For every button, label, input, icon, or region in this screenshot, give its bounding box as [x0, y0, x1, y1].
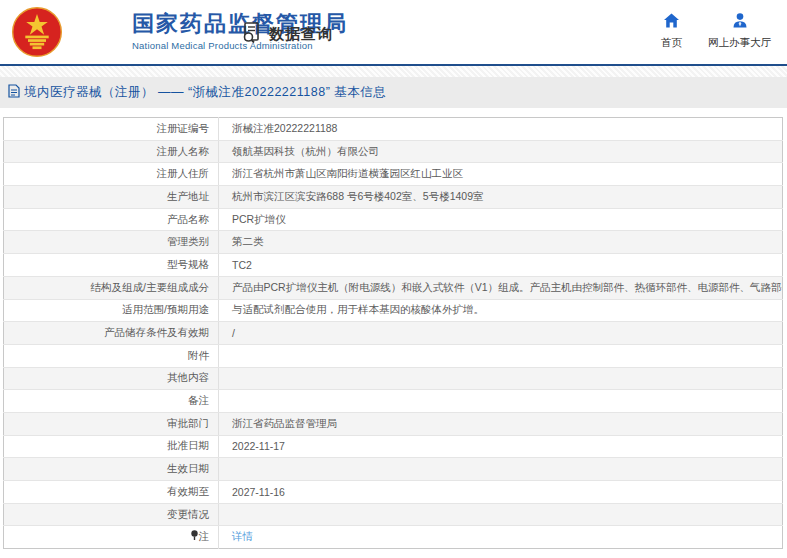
hatch-strip — [0, 66, 787, 77]
row-value: 2022-11-17 — [219, 435, 783, 458]
row-value: 浙械注准20222221188 — [219, 118, 783, 141]
row-value: TC2 — [219, 254, 783, 277]
row-label: 产品储存条件及有效期 — [4, 322, 219, 345]
row-label: 产品名称 — [4, 208, 219, 231]
row-label: 注册证编号 — [4, 118, 219, 141]
row-label: 注册人住所 — [4, 163, 219, 186]
page-title: 境内医疗器械（注册） —— “浙械注准20222221188” 基本信息 — [24, 84, 386, 101]
table-row: 生产地址 杭州市滨江区滨安路688 号6号楼402室、5号楼1409室 — [4, 186, 783, 209]
top-nav: 首页 网上办事大厅 — [661, 13, 771, 50]
nav-home-label: 首页 — [661, 36, 682, 50]
document-search-icon — [241, 21, 264, 48]
nav-item-service-hall[interactable]: 网上办事大厅 — [708, 13, 771, 50]
row-label-note: 注 — [4, 526, 219, 549]
row-label: 适用范围/预期用途 — [4, 299, 219, 322]
nav-service-hall-label: 网上办事大厅 — [708, 36, 771, 50]
table-row: 审批部门 浙江省药品监督管理局 — [4, 412, 783, 435]
table-row: 注 详情 — [4, 526, 783, 549]
national-emblem-logo — [10, 5, 64, 59]
data-query-section[interactable]: 数据查询 — [241, 21, 333, 48]
table-row: 产品名称 PCR扩增仪 — [4, 208, 783, 231]
user-icon — [732, 13, 748, 32]
row-value — [219, 390, 783, 413]
row-label: 审批部门 — [4, 412, 219, 435]
breadcrumb: 境内医疗器械（注册） —— “浙械注准20222221188” 基本信息 — [0, 77, 787, 108]
note-icon — [191, 530, 198, 543]
row-value: 2027-11-16 — [219, 481, 783, 504]
row-label: 备注 — [4, 390, 219, 413]
row-label: 生产地址 — [4, 186, 219, 209]
details-link[interactable]: 详情 — [232, 530, 253, 542]
row-value: 杭州市滨江区滨安路688 号6号楼402室、5号楼1409室 — [219, 186, 783, 209]
table-row: 其他内容 — [4, 367, 783, 390]
table-row: 生效日期 — [4, 458, 783, 481]
data-query-label: 数据查询 — [269, 25, 333, 44]
row-value: 浙江省药品监督管理局 — [219, 412, 783, 435]
row-value: 产品由PCR扩增仪主机（附电源线）和嵌入式软件（V1）组成。产品主机由控制部件、… — [219, 276, 783, 299]
row-value — [219, 503, 783, 526]
row-label: 型号规格 — [4, 254, 219, 277]
registration-info-table: 注册证编号 浙械注准20222221188 注册人名称 领航基因科技（杭州）有限… — [3, 117, 783, 549]
row-label: 附件 — [4, 344, 219, 367]
nav-item-home[interactable]: 首页 — [661, 13, 682, 50]
row-value: 详情 — [219, 526, 783, 549]
table-row: 备注 — [4, 390, 783, 413]
row-label: 注册人名称 — [4, 140, 219, 163]
spacer — [0, 108, 787, 117]
table-row: 批准日期 2022-11-17 — [4, 435, 783, 458]
row-label: 变更情况 — [4, 503, 219, 526]
table-row: 注册人住所 浙江省杭州市萧山区南阳街道横蓬园区红山工业区 — [4, 163, 783, 186]
row-value — [219, 458, 783, 481]
row-label: 管理类别 — [4, 231, 219, 254]
table-row: 附件 — [4, 344, 783, 367]
row-label: 批准日期 — [4, 435, 219, 458]
row-value: 浙江省杭州市萧山区南阳街道横蓬园区红山工业区 — [219, 163, 783, 186]
document-icon — [8, 84, 20, 102]
row-label: 生效日期 — [4, 458, 219, 481]
row-value: PCR扩增仪 — [219, 208, 783, 231]
row-label: 有效期至 — [4, 481, 219, 504]
table-row: 变更情况 — [4, 503, 783, 526]
table-row: 产品储存条件及有效期 / — [4, 322, 783, 345]
row-value: 领航基因科技（杭州）有限公司 — [219, 140, 783, 163]
page-header: 国家药品监督管理局 National Medical Products Admi… — [0, 0, 787, 64]
row-value — [219, 367, 783, 390]
row-label: 其他内容 — [4, 367, 219, 390]
row-label: 结构及组成/主要组成成分 — [4, 276, 219, 299]
home-icon — [663, 13, 680, 32]
row-value: / — [219, 322, 783, 345]
table-row: 管理类别 第二类 — [4, 231, 783, 254]
row-value: 与适配试剂配合使用，用于样本基因的核酸体外扩增。 — [219, 299, 783, 322]
table-row: 适用范围/预期用途 与适配试剂配合使用，用于样本基因的核酸体外扩增。 — [4, 299, 783, 322]
table-row: 有效期至 2027-11-16 — [4, 481, 783, 504]
table-row: 型号规格 TC2 — [4, 254, 783, 277]
table-row: 注册人名称 领航基因科技（杭州）有限公司 — [4, 140, 783, 163]
table-row: 结构及组成/主要组成成分 产品由PCR扩增仪主机（附电源线）和嵌入式软件（V1）… — [4, 276, 783, 299]
note-label: 注 — [199, 530, 210, 542]
row-value — [219, 344, 783, 367]
row-value: 第二类 — [219, 231, 783, 254]
table-row: 注册证编号 浙械注准20222221188 — [4, 118, 783, 141]
